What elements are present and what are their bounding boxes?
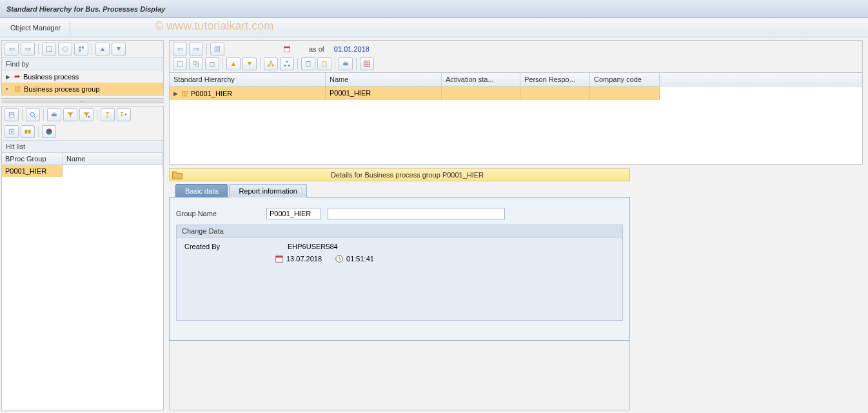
hierarchy-row[interactable]: ▶ P0001_HIER P0001_HIER [170, 86, 862, 100]
group-name-field[interactable] [266, 208, 321, 219]
svg-rect-18 [28, 130, 31, 134]
clipboard2-button[interactable] [317, 57, 331, 70]
col-name[interactable]: Name [63, 153, 163, 165]
expand-icon: ▶ [173, 90, 178, 97]
separator [38, 43, 39, 55]
col-name[interactable]: Name [326, 73, 442, 86]
filter-menu-button[interactable] [79, 108, 94, 121]
asof-date[interactable]: 01.01.2018 [326, 45, 372, 53]
tab-basic-data[interactable]: Basic data [175, 184, 228, 197]
col-person[interactable]: Person Respo... [520, 73, 590, 86]
svg-rect-47 [276, 256, 283, 258]
expand-button[interactable] [226, 57, 241, 70]
collapse-button[interactable] [242, 57, 257, 70]
col-group[interactable]: BProc Group [2, 153, 63, 165]
calendar-button[interactable] [280, 43, 294, 55]
hitlist-row[interactable]: P0001_HIER [2, 165, 163, 177]
findby-header: Find by [2, 57, 163, 70]
hierarchy-panel: Standard Hierarchy Name Activation sta..… [169, 73, 863, 165]
svg-rect-25 [177, 61, 182, 66]
wand-button[interactable] [75, 23, 83, 33]
separator [43, 109, 44, 121]
svg-rect-13 [52, 114, 57, 117]
svg-rect-33 [286, 61, 288, 63]
hitlist-header: Hit list [2, 140, 163, 153]
findby-toolbar [2, 41, 163, 57]
hierarchy-button[interactable] [264, 57, 278, 70]
hitlist-toolbar-1: Σ Σ [2, 106, 163, 123]
create-button[interactable] [173, 57, 187, 70]
nav-back-button[interactable] [5, 43, 19, 55]
tool-button-3[interactable] [74, 43, 88, 55]
cell-fill [660, 86, 862, 100]
nav-back-button[interactable] [173, 43, 187, 55]
separator [260, 58, 261, 70]
graphic-button[interactable] [42, 125, 56, 138]
col-company-code[interactable]: Company code [590, 73, 660, 86]
export-button[interactable] [5, 125, 19, 138]
svg-rect-36 [306, 61, 310, 66]
sum-menu-button[interactable]: Σ [117, 108, 131, 121]
separator [335, 58, 335, 70]
hitlist-table-header: BProc Group Name [2, 153, 163, 165]
tabstrip: Basic data Report information [169, 183, 630, 197]
grid-button[interactable] [360, 57, 374, 70]
sort-desc-button[interactable] [112, 43, 126, 55]
bullet-icon: • [6, 86, 11, 92]
separator [356, 58, 357, 70]
clock-icon [335, 254, 344, 263]
separator [70, 22, 70, 34]
change-data-title: Change Data [177, 225, 622, 237]
find-button[interactable] [26, 108, 40, 121]
print-button[interactable] [47, 108, 61, 121]
clipboard-button[interactable] [301, 57, 315, 70]
filter-button[interactable] [63, 108, 77, 121]
cell-group: P0001_HIER [2, 165, 63, 177]
print-button[interactable] [339, 57, 353, 70]
object-manager-button[interactable]: Object Manager [4, 23, 64, 33]
svg-rect-17 [25, 130, 28, 134]
details-button[interactable] [5, 108, 19, 121]
nav-forward-button[interactable] [189, 43, 203, 55]
svg-rect-28 [210, 63, 214, 67]
sum-button[interactable]: Σ [101, 108, 115, 121]
right-toolbar-area: as of 01.01.2018 [169, 40, 863, 73]
findby-item-business-process-group[interactable]: • Business process group [2, 83, 163, 95]
layout-button[interactable] [21, 125, 35, 138]
separator [92, 43, 92, 55]
sort-asc-button[interactable] [95, 43, 110, 55]
asof-label: as of [296, 45, 324, 53]
group-name-row: Group Name [176, 208, 623, 219]
separator [38, 126, 39, 137]
splitter[interactable]: ···· [1, 98, 164, 103]
svg-rect-37 [308, 61, 310, 63]
hitlist-toolbar-2 [2, 123, 163, 140]
detail-view-button[interactable] [210, 43, 224, 55]
copy-button[interactable] [189, 57, 203, 70]
tool-button-2[interactable] [58, 43, 72, 55]
delete-button[interactable] [205, 57, 219, 70]
tool-button-1[interactable] [42, 43, 56, 55]
hitlist-empty-area [2, 177, 163, 410]
separator [297, 58, 298, 70]
svg-point-11 [30, 112, 34, 116]
col-activation[interactable]: Activation sta... [442, 73, 520, 86]
process-icon [14, 72, 20, 81]
findby-item-business-process[interactable]: ▶ Business process [2, 70, 163, 83]
created-by-label: Created By [184, 243, 268, 250]
col-standard-hierarchy[interactable]: Standard Hierarchy [170, 73, 326, 86]
svg-rect-24 [284, 46, 290, 48]
cell-std: P0001_HIER [191, 90, 232, 97]
svg-text:Σ: Σ [121, 112, 124, 117]
tab-report-information[interactable]: Report information [229, 184, 307, 197]
separator [222, 58, 223, 70]
calendar-icon [275, 254, 284, 263]
hierarchy2-button[interactable] [280, 57, 294, 70]
expand-icon: ▶ [6, 74, 11, 80]
arrow-right-icon [193, 45, 199, 54]
app-toolbar: Object Manager [0, 18, 868, 37]
created-datetime-row: 13.07.2018 01:51:41 [184, 254, 615, 263]
nav-forward-button[interactable] [21, 43, 35, 55]
group-desc-field[interactable] [328, 208, 505, 219]
cell-pers [520, 86, 590, 100]
